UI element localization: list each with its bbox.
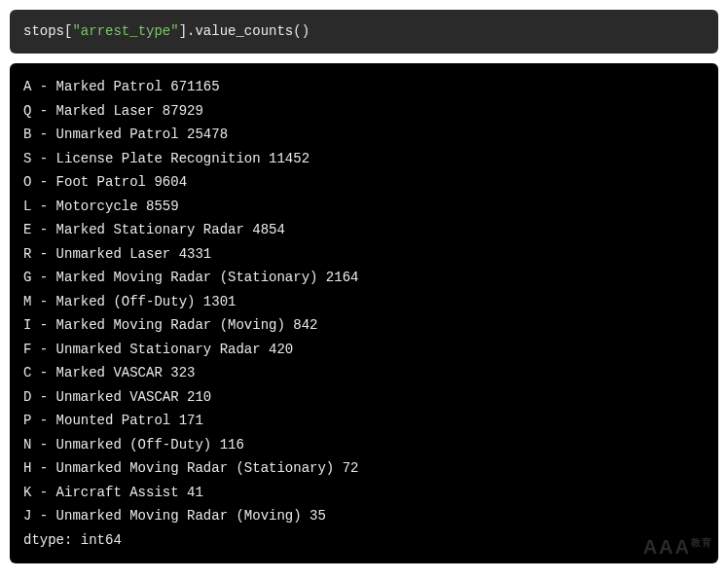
output-line: J - Unmarked Moving Radar (Moving) 35 <box>23 504 705 528</box>
output-line: Q - Marked Laser 87929 <box>23 99 705 124</box>
output-line: H - Unmarked Moving Radar (Stationary) 7… <box>23 456 705 481</box>
output-line: G - Marked Moving Radar (Stationary) 216… <box>23 266 705 290</box>
output-line: K - Aircraft Assist 41 <box>23 481 705 505</box>
output-line: A - Marked Patrol 671165 <box>23 75 705 99</box>
output-line: N - Unmarked (Off-Duty) 116 <box>23 433 705 457</box>
output-cell: A - Marked Patrol 671165Q - Marked Laser… <box>10 63 718 563</box>
output-line: B - Unmarked Patrol 25478 <box>23 123 705 147</box>
output-line: C - Marked VASCAR 323 <box>23 361 705 385</box>
output-line: R - Unmarked Laser 4331 <box>23 242 705 267</box>
output-line: F - Unmarked Stationary Radar 420 <box>23 338 705 362</box>
output-line: S - License Plate Recognition 11452 <box>23 147 705 171</box>
code-token-string: "arrest_type" <box>72 23 178 39</box>
code-token-prefix: stops[ <box>23 23 72 39</box>
output-line: L - Motorcycle 8559 <box>23 195 705 219</box>
output-line: D - Unmarked VASCAR 210 <box>23 385 705 410</box>
output-dtype: dtype: int64 <box>23 528 705 553</box>
output-line: E - Marked Stationary Radar 4854 <box>23 218 705 242</box>
output-line: O - Foot Patrol 9604 <box>23 170 705 195</box>
output-line: I - Marked Moving Radar (Moving) 842 <box>23 313 705 338</box>
output-line: M - Marked (Off-Duty) 1301 <box>23 290 705 314</box>
code-cell: stops["arrest_type"].value_counts() <box>10 10 718 54</box>
code-token-suffix: ].value_counts() <box>179 23 309 39</box>
output-line: P - Mounted Patrol 171 <box>23 409 705 433</box>
